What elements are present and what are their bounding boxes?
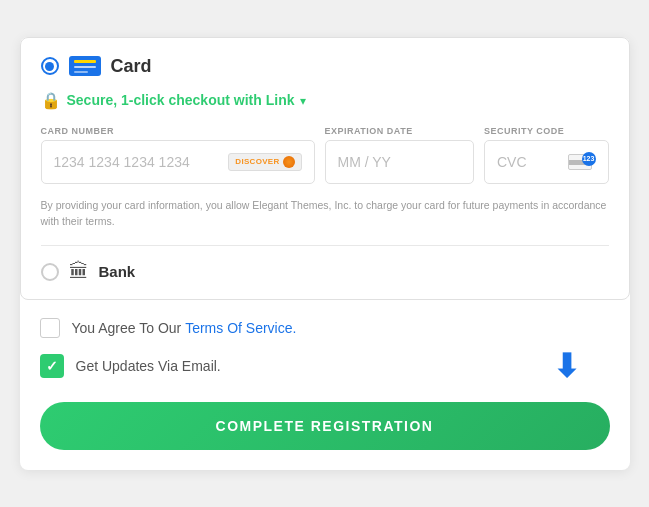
discover-text: DISCOVER (235, 157, 279, 166)
chevron-down-icon: ▾ (300, 94, 306, 108)
tos-prefix: You Agree To Our (72, 320, 186, 336)
tos-checkbox[interactable] (40, 318, 60, 338)
expiration-placeholder: MM / YY (338, 154, 391, 170)
arrow-container: ⬇ (553, 350, 610, 382)
tos-text: You Agree To Our Terms Of Service. (72, 320, 297, 336)
bank-label: Bank (99, 263, 136, 280)
secure-link-text: Secure, 1-click checkout with Link ▾ (67, 92, 307, 108)
card-number-field-group: CARD NUMBER 1234 1234 1234 1234 DISCOVER (41, 126, 315, 184)
bottom-section: You Agree To Our Terms Of Service. ✓ Get… (20, 300, 630, 470)
tos-link[interactable]: Terms Of Service. (185, 320, 296, 336)
card-payment-icon (69, 56, 101, 76)
updates-checkbox[interactable]: ✓ (40, 354, 64, 378)
secure-link-anchor[interactable]: Secure, 1-click checkout with Link (67, 92, 295, 108)
bank-radio-button[interactable] (41, 263, 59, 281)
security-code-input[interactable]: CVC 123 (484, 140, 609, 184)
expiration-field-group: EXPIRATION DATE MM / YY (325, 126, 474, 184)
checkmark-icon: ✓ (46, 358, 58, 374)
security-code-label: SECURITY CODE (484, 126, 609, 136)
lock-icon: 🔒 (41, 91, 61, 110)
discover-logo: DISCOVER (228, 153, 301, 171)
card-number-label: CARD NUMBER (41, 126, 315, 136)
cvc-placeholder: CVC (497, 154, 527, 170)
expiration-input[interactable]: MM / YY (325, 140, 474, 184)
updates-text: Get Updates Via Email. (76, 358, 221, 374)
card-radio-button[interactable] (41, 57, 59, 75)
cvc-badge: 123 (582, 152, 596, 166)
cvc-icon: 123 (568, 152, 596, 172)
card-header: Card (41, 56, 609, 77)
card-number-input[interactable]: 1234 1234 1234 1234 DISCOVER (41, 140, 315, 184)
security-code-field-group: SECURITY CODE CVC 123 (484, 126, 609, 184)
radio-inner (45, 62, 54, 71)
updates-row: ✓ Get Updates Via Email. ⬇ (40, 350, 610, 382)
bank-section: 🏛 Bank (41, 245, 609, 299)
down-arrow-icon: ⬇ (553, 350, 580, 382)
card-section: Card 🔒 Secure, 1-click checkout with Lin… (20, 37, 630, 301)
card-disclaimer: By providing your card information, you … (41, 198, 609, 230)
tos-row: You Agree To Our Terms Of Service. (40, 318, 610, 338)
complete-registration-button[interactable]: COMPLETE REGISTRATION (40, 402, 610, 450)
card-label: Card (111, 56, 152, 77)
expiration-label: EXPIRATION DATE (325, 126, 474, 136)
payment-form-fields: CARD NUMBER 1234 1234 1234 1234 DISCOVER (41, 126, 609, 184)
bank-icon: 🏛 (69, 260, 89, 283)
secure-link-row[interactable]: 🔒 Secure, 1-click checkout with Link ▾ (41, 91, 609, 110)
card-number-placeholder: 1234 1234 1234 1234 (54, 154, 190, 170)
